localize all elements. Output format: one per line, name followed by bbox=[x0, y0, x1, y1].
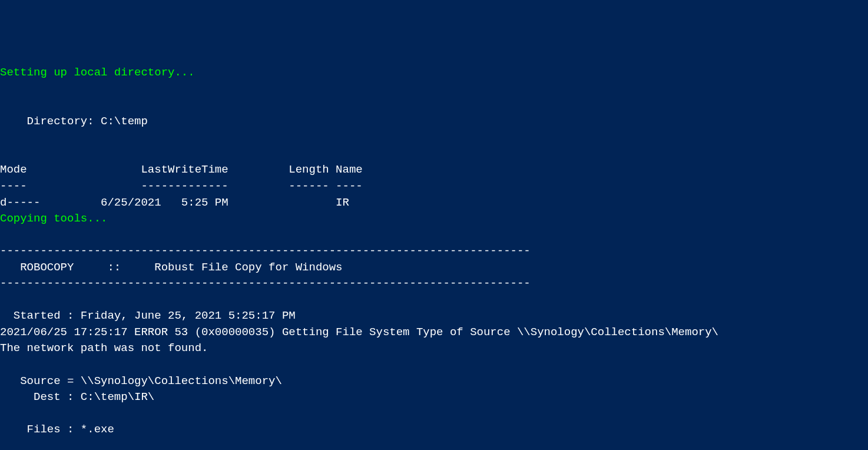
status-line-setting-up: Setting up local directory... bbox=[0, 66, 195, 79]
files-filter: Files : *.exe bbox=[0, 423, 114, 436]
table-header-separator: ---- ------------- ------ ---- bbox=[0, 180, 363, 193]
table-header: Mode LastWriteTime Length Name bbox=[0, 163, 363, 176]
terminal-output: Setting up local directory... Directory:… bbox=[0, 65, 868, 450]
separator-line: ----------------------------------------… bbox=[0, 244, 531, 257]
status-line-copying: Copying tools... bbox=[0, 212, 107, 225]
error-message: The network path was not found. bbox=[0, 342, 208, 355]
separator-line: ----------------------------------------… bbox=[0, 277, 531, 290]
error-line: 2021/06/25 17:25:17 ERROR 53 (0x00000035… bbox=[0, 326, 718, 339]
robocopy-title: ROBOCOPY :: Robust File Copy for Windows bbox=[0, 261, 343, 274]
started-time: Started : Friday, June 25, 2021 5:25:17 … bbox=[0, 309, 296, 322]
table-row: d----- 6/25/2021 5:25 PM IR bbox=[0, 196, 349, 209]
dest-path: Dest : C:\temp\IR\ bbox=[0, 391, 154, 403]
source-path: Source = \\Synology\Collections\Memory\ bbox=[0, 375, 282, 388]
directory-header: Directory: C:\temp bbox=[0, 115, 148, 128]
